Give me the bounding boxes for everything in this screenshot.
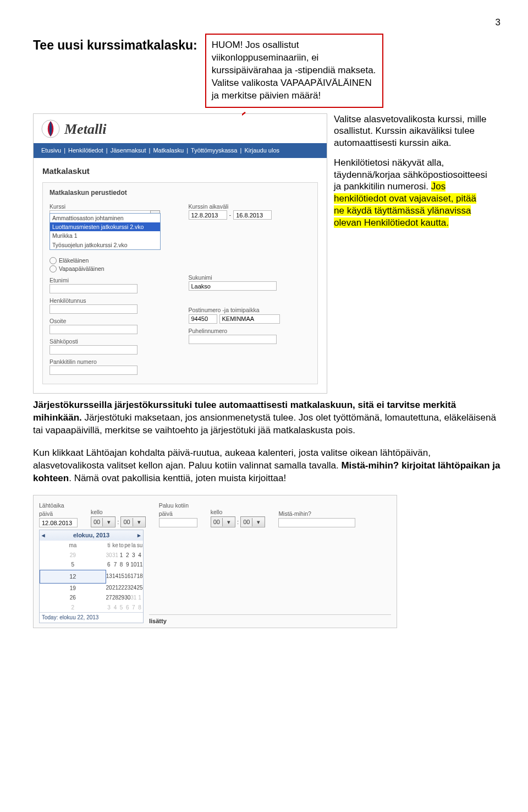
calendar-day[interactable]: 2 [124,551,130,560]
label-kello: kello [91,508,146,516]
label-osoite: Osoite [50,317,172,325]
calendar-day[interactable]: 1 [136,593,142,603]
calendar-day[interactable]: 18 [136,570,142,583]
calendar-next-icon[interactable]: ▸ [138,531,141,539]
calendar-day[interactable]: 27 [106,593,112,603]
radio-label: Vapaapäiväläinen [59,265,105,273]
lahto-paiva-input[interactable] [39,518,78,527]
calendar-day[interactable]: 11 [136,560,142,570]
calendar-day[interactable]: 3 [106,603,112,613]
calendar-day[interactable]: 6 [106,560,112,570]
course-option[interactable]: Ammattiosaston johtaminen [50,214,160,222]
metalli-logo-icon [41,119,60,138]
calendar-day[interactable]: 6 [124,603,130,613]
calendar-day[interactable]: 9 [124,560,130,570]
calendar-day[interactable]: 8 [136,603,142,613]
kurssi-dropdown-list[interactable]: Ammattiosaston johtaminen Luottamusmiest… [50,213,161,250]
label-aikavali: Kurssin aikaväli [189,203,311,210]
label-kello: kello [211,508,266,516]
lahto-time-mm-select[interactable]: 00▾ [120,516,145,527]
toimipaikka-input[interactable] [219,314,280,324]
label-etunimi: Etunimi [50,276,172,284]
calendar-dow: ma [40,541,106,551]
label-lahtoaika: Lähtöaika [39,502,78,509]
aikavali-from-input[interactable] [189,210,227,220]
label-puh: Puhelinnumero [189,327,311,335]
nav-matkalasku[interactable]: Matkalasku [153,147,184,154]
postinumero-input[interactable] [189,314,217,324]
calendar-day[interactable]: 19 [40,583,106,593]
calendar-day[interactable]: 1 [118,551,124,560]
calendar-day[interactable]: 3 [130,551,136,560]
nav-kirjaudu-ulos[interactable]: Kirjaudu ulos [244,147,279,154]
nav-etusivu[interactable]: Etusivu [41,147,61,154]
label-postinro: Postinumero -ja toimipaikka [189,306,311,314]
calendar-day[interactable]: 14 [112,570,118,583]
label-hetu: Henkilötunnus [50,297,172,304]
puhelin-input[interactable] [189,335,277,344]
calendar-day[interactable]: 29 [40,551,106,560]
label-paiva: päivä [39,510,78,517]
calendar-day[interactable]: 7 [112,560,118,570]
nav-tyottomyyskassa[interactable]: Työttömyyskassa [191,147,237,154]
calendar-day[interactable]: 10 [130,560,136,570]
calendar-today-label[interactable]: Today: elokuu 22, 2013 [40,612,143,623]
lahto-time-hh-select[interactable]: 00▾ [91,516,116,527]
calendar-day[interactable]: 29 [118,593,124,603]
paluu-time-hh-select[interactable]: 00▾ [211,516,235,527]
calendar-day[interactable]: 25 [136,583,142,593]
calendar-day[interactable]: 2 [40,603,106,613]
calendar-dow: pe [124,541,130,551]
pankkitili-input[interactable] [50,366,138,375]
sahkoposti-input[interactable] [50,345,138,355]
nav-henkilotiedot[interactable]: Henkilötiedot [68,147,103,154]
calendar-day[interactable]: 4 [136,551,142,560]
side-p2-plain: Henkilötietosi näkyvät alla, täydennä/ko… [334,157,487,192]
paluu-time-mm-select[interactable]: 00▾ [240,516,265,527]
calendar-day[interactable]: 21 [112,583,118,593]
calendar-day[interactable]: 31 [112,551,118,560]
calendar-day[interactable]: 4 [112,603,118,613]
calendar-day[interactable]: 26 [40,593,106,603]
calendar-day[interactable]: 15 [118,570,124,583]
calendar-day[interactable]: 5 [40,560,106,570]
radio-elakelainen[interactable]: Eläkeläinen [50,257,172,264]
sukunimi-input[interactable] [189,281,277,291]
calendar-day[interactable]: 20 [106,583,112,593]
top-nav[interactable]: Etusivu | Henkilötiedot | Jäsenmaksut | … [34,143,327,158]
calendar-day[interactable]: 24 [130,583,136,593]
calendar-day[interactable]: 12 [40,570,106,583]
calendar-dow: la [130,541,136,551]
course-option-selected[interactable]: Luottamusmiesten jatkokurssi 2.vko [50,222,160,231]
aikavali-to-input[interactable] [233,210,272,220]
calendar-day[interactable]: 30 [124,593,130,603]
calendar-day[interactable]: 30 [106,551,112,560]
osoite-input[interactable] [50,325,138,334]
henkilotunnus-input[interactable] [50,304,138,314]
calendar-day[interactable]: 16 [124,570,130,583]
calendar-day[interactable]: 22 [118,583,124,593]
label-sukunimi: Sukunimi [189,274,311,281]
calendar-grid[interactable]: matiketopelasu 2930311234567891011121314… [40,541,143,612]
calendar-day[interactable]: 28 [112,593,118,603]
page-number: 3 [33,17,501,29]
calendar-prev-icon[interactable]: ◂ [42,531,45,539]
course-option[interactable]: Murikka 1 [50,231,160,240]
mista-mihin-input[interactable] [278,518,355,527]
calendar-day[interactable]: 17 [130,570,136,583]
calendar-day[interactable]: 5 [118,603,124,613]
paluu-paiva-input[interactable] [159,518,197,527]
etunimi-input[interactable] [50,284,138,293]
nav-jasenmaksut[interactable]: Jäsenmaksut [111,147,146,154]
calendar-day[interactable]: 7 [130,603,136,613]
app-screenshot-2: Lähtöaika päivä kello 00▾ : 00▾ Paluu ko… [33,495,397,628]
form-card-title: Matkalaskun perustiedot [50,188,311,197]
calendar-day[interactable]: 13 [106,570,112,583]
calendar-day[interactable]: 23 [124,583,130,593]
calendar-popup[interactable]: ◂ elokuu, 2013 ▸ matiketopelasu 29303112… [39,530,144,623]
label-kurssi: Kurssi [50,203,172,210]
calendar-day[interactable]: 31 [130,593,136,603]
radio-vapaapaivalainen[interactable]: Vapaapäiväläinen [50,265,172,273]
course-option[interactable]: Työsuojelun jatkokurssi 2.vko [50,241,160,249]
calendar-day[interactable]: 8 [118,560,124,570]
